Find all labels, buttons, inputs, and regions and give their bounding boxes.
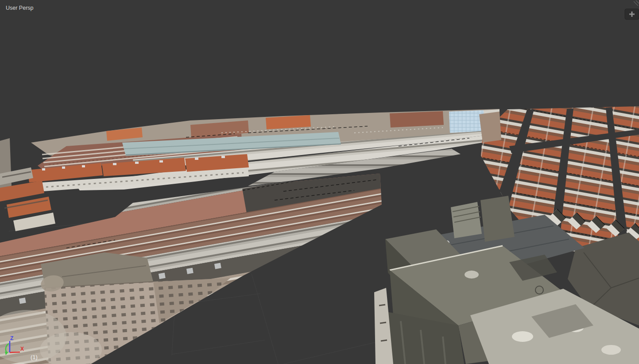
viewport-canvas[interactable]: User Persp Z X (1): [0, 0, 639, 364]
roof-vent: [465, 271, 479, 279]
x-axis-label: X: [20, 346, 24, 352]
right-district-chunk: [479, 112, 501, 143]
frame-indicator: (1): [31, 354, 38, 360]
glass-building-grid: [449, 110, 484, 133]
deck-blob-1: [512, 331, 533, 342]
view-mode-label: User Persp: [6, 5, 34, 11]
z-axis-label: Z: [10, 335, 13, 341]
deck-blob-3: [601, 345, 621, 355]
far-brick-block-2: [390, 111, 444, 128]
x-axis-line: [10, 352, 20, 352]
blender-3d-viewport[interactable]: User Persp Z X (1): [0, 0, 639, 364]
sidebar-toggle-button[interactable]: [625, 9, 639, 19]
